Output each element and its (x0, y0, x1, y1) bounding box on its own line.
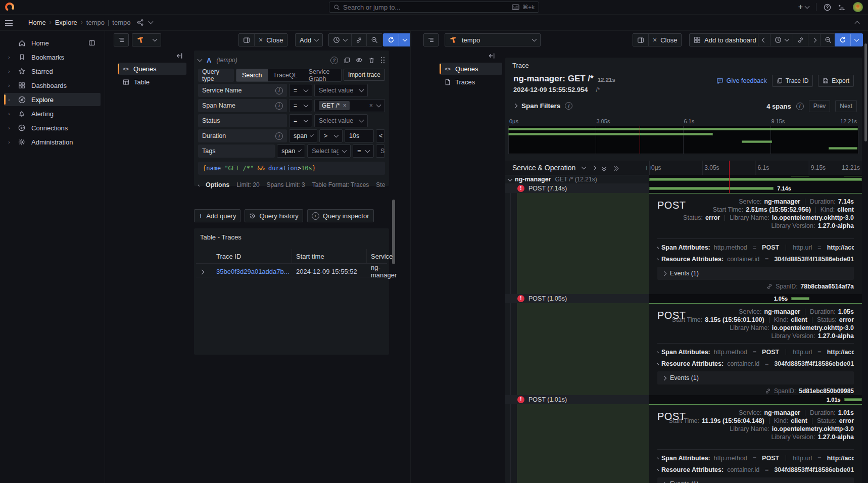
breadcrumb-explore[interactable]: Explore (55, 19, 77, 26)
left-datasource-picker[interactable] (132, 33, 161, 46)
time-shift-back-icon[interactable] (758, 34, 770, 46)
tab-traceql[interactable]: TraceQL (268, 69, 303, 81)
right-time-picker[interactable] (770, 34, 793, 46)
resource-attributes-row[interactable]: Resource Attributes:container.id=304fd88… (657, 464, 854, 475)
copy-query-icon[interactable] (344, 57, 350, 64)
left-nav-table[interactable]: Table (118, 76, 186, 88)
expand-all-icon[interactable] (612, 164, 618, 172)
query-collapse-caret[interactable] (198, 57, 203, 62)
resource-attributes-row[interactable]: Resource Attributes:container.id=304fd88… (657, 253, 854, 265)
span-row-post-2[interactable]: ! POST (1.05s) 1.05s (505, 294, 862, 303)
run-query-caret[interactable] (399, 34, 411, 46)
right-outline-button[interactable] (423, 33, 439, 46)
share-icon[interactable] (136, 19, 144, 26)
row-expander-icon[interactable] (200, 268, 216, 275)
events-row[interactable]: Events (1) (657, 267, 854, 280)
span-name-value-select[interactable]: GET /*× × (314, 99, 385, 112)
query-ref-id[interactable]: A (207, 57, 211, 64)
duration-scope-select[interactable]: span (289, 129, 317, 142)
left-zoom-out-icon[interactable] (367, 34, 382, 46)
breadcrumb-right-datasource[interactable]: tempo (112, 19, 130, 26)
prev-span-button[interactable]: Prev (809, 100, 831, 112)
duration-operator[interactable]: > (319, 129, 343, 142)
left-pane-scrollbar[interactable] (392, 200, 395, 264)
col-start-time[interactable]: Start time (292, 249, 367, 263)
time-shift-forward-icon[interactable] (808, 34, 821, 46)
collapse-one-icon[interactable] (582, 165, 587, 170)
span-row-root[interactable]: ng-manager GET /* (12.21s) (505, 175, 862, 184)
page-scrollbar[interactable] (864, 43, 867, 141)
trace-id-button[interactable]: Trace ID (772, 75, 813, 87)
breadcrumb-left-datasource[interactable]: tempo (86, 19, 105, 26)
left-time-picker[interactable] (329, 34, 352, 46)
refresh-icon[interactable] (383, 34, 399, 46)
span-row-post-1[interactable]: ! POST (7.14s) 7.14s (505, 184, 862, 193)
col-trace-id[interactable]: Trace ID (216, 249, 292, 263)
remove-query-icon[interactable] (368, 57, 375, 64)
right-split-button[interactable] (633, 34, 649, 46)
left-add-button[interactable]: Add (295, 33, 323, 46)
drag-handle-icon[interactable] (380, 57, 385, 64)
breadcrumb-caret-icon[interactable] (149, 19, 154, 24)
span-row-post-3[interactable]: ! POST (1.01s) 1.01s (505, 395, 862, 404)
export-button[interactable]: Export (818, 75, 854, 87)
span-attributes-row[interactable]: Span Attributes:http.method=POSThttp.url… (657, 452, 854, 464)
sidebar-item-alerting[interactable]: › Alerting (4, 107, 101, 120)
sidebar-item-dashboards[interactable]: › Dashboards (4, 79, 101, 92)
tab-search[interactable]: Search (236, 69, 268, 81)
link-icon[interactable] (765, 388, 771, 394)
left-close-button[interactable]: ×Close (255, 34, 287, 46)
resource-attributes-row[interactable]: Resource Attributes:container.id=304fd88… (657, 358, 854, 369)
duration-max-operator[interactable]: < (376, 129, 385, 142)
span-bar[interactable] (844, 398, 862, 401)
pane-divider[interactable] (410, 30, 411, 483)
right-nav-traces[interactable]: Traces (440, 76, 502, 88)
refresh-icon[interactable] (835, 34, 851, 46)
trace-id-link[interactable]: 35be0f3d29a01adda7b... (216, 268, 292, 275)
query-inspector-button[interactable]: iQuery inspector (307, 209, 374, 222)
left-split-button[interactable] (239, 34, 255, 46)
sidebar-item-home[interactable]: Home (4, 36, 101, 50)
tags-tag-select[interactable]: Select tag (307, 144, 351, 158)
service-name-value-select[interactable]: Select value (314, 84, 368, 97)
new-button[interactable]: + (798, 3, 809, 12)
service-name-operator[interactable]: = (289, 84, 312, 97)
events-row[interactable]: Events (1) (657, 371, 854, 384)
right-zoom-out-icon[interactable] (821, 34, 836, 46)
span-filters-caret[interactable] (513, 104, 518, 109)
span-bar[interactable] (791, 297, 809, 300)
right-datasource-picker[interactable]: tempo (445, 33, 541, 46)
left-nav-queries[interactable]: <> Queries (118, 63, 186, 75)
span-attributes-row[interactable]: Span Attributes:http.method=POSThttp.url… (657, 242, 854, 253)
span-filters-label[interactable]: Span Filters (521, 102, 560, 110)
sidebar-item-administration[interactable]: › Administration (4, 135, 101, 149)
next-span-button[interactable]: Next (835, 100, 857, 112)
collapse-toolbar-button[interactable] (855, 19, 859, 27)
sidebar-item-starred[interactable]: › Starred (4, 65, 101, 78)
chip-remove-icon[interactable]: × (343, 102, 347, 109)
tab-service-graph[interactable]: Service Graph (303, 69, 341, 81)
global-search[interactable]: Search or jump to... ⌘+k (329, 2, 539, 13)
sidebar-item-explore[interactable]: › Explore (4, 93, 101, 106)
sidebar-item-bookmarks[interactable]: › Bookmarks (4, 51, 101, 64)
news-icon[interactable] (838, 4, 846, 11)
right-permalink-icon[interactable] (793, 34, 808, 46)
events-row[interactable]: Events (1) (657, 477, 854, 483)
mega-menu-toggle[interactable] (5, 19, 13, 28)
left-permalink-icon[interactable] (352, 34, 367, 46)
avatar[interactable] (853, 2, 863, 12)
sidebar-item-connections[interactable]: › Connections (4, 121, 101, 134)
row-collapse-caret[interactable] (508, 177, 513, 182)
add-to-dashboard-button[interactable]: Add to dashboard (689, 33, 761, 46)
right-collapse-sidebar-icon[interactable] (488, 53, 496, 59)
options-row[interactable]: Options Limit: 20 Spans Limit: 3 Table F… (198, 179, 385, 191)
run-query-caret[interactable] (851, 34, 862, 46)
query-history-button[interactable]: Query history (245, 209, 303, 222)
right-nav-queries[interactable]: <> Queries (440, 63, 502, 75)
root-span-bar[interactable] (649, 178, 862, 181)
span-attributes-row[interactable]: Span Attributes:http.method=POSThttp.url… (657, 346, 854, 358)
trace-minimap[interactable]: 0µs 3.05s 6.1s 9.15s 12.21s (508, 118, 858, 155)
grafana-logo[interactable] (5, 2, 15, 12)
left-outline-button[interactable] (114, 33, 129, 46)
tags-scope-select[interactable]: span (277, 144, 305, 158)
